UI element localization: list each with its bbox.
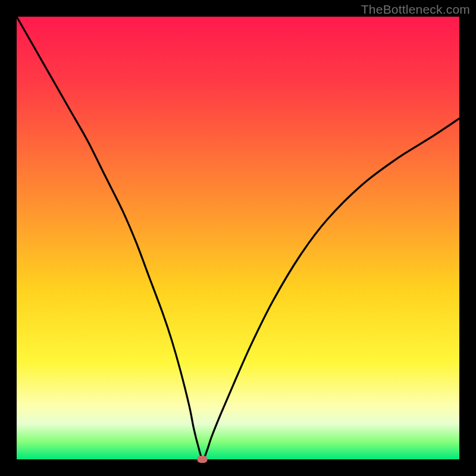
bottleneck-curve bbox=[17, 17, 459, 459]
optimum-marker bbox=[198, 456, 208, 463]
watermark-text: TheBottleneck.com bbox=[361, 2, 470, 17]
chart-frame: TheBottleneck.com bbox=[0, 0, 476, 476]
chart-svg bbox=[17, 17, 459, 459]
